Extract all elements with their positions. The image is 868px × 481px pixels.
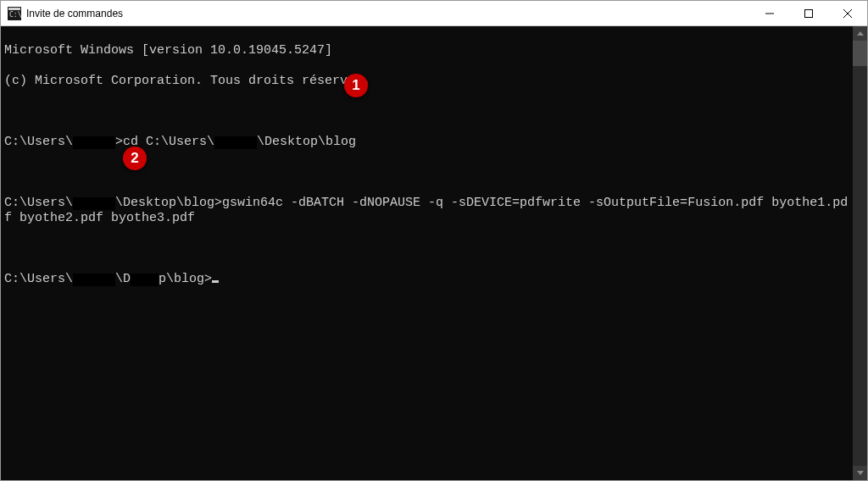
redacted-username: [214, 136, 257, 149]
annotation-label: 1: [352, 77, 359, 94]
cmd-icon: C:\: [8, 7, 21, 20]
maximize-button[interactable]: [789, 1, 828, 26]
text-fragment: \D: [115, 272, 131, 286]
annotation-label: 2: [131, 150, 138, 167]
redacted-fragment: [131, 274, 159, 286]
command-prompt-window: C:\ Invite de commandes Microsoft Window…: [0, 0, 868, 481]
text-fragment: \Desktop\blog: [257, 135, 356, 149]
console-blank: [4, 241, 853, 257]
annotation-1: 1: [344, 74, 368, 97]
console-line: (c) Microsoft Corporation. Tous droits r…: [4, 74, 853, 89]
text-fragment: \Desktop\blog>gswin64c -dBATCH -dNOPAUSE…: [4, 196, 848, 225]
text-fragment: C:\Users\: [4, 135, 73, 149]
console-area[interactable]: Microsoft Windows [version 10.0.19045.52…: [1, 26, 867, 480]
console-line: C:\Users\\Dp\blog>: [4, 272, 853, 287]
titlebar[interactable]: C:\ Invite de commandes: [1, 1, 867, 26]
vertical-scrollbar[interactable]: [853, 26, 867, 480]
text-fragment: C:\Users\: [4, 196, 73, 210]
svg-rect-4: [805, 9, 813, 17]
scroll-thumb[interactable]: [853, 41, 867, 66]
redacted-username: [73, 274, 115, 286]
scroll-up-button[interactable]: [853, 26, 867, 41]
scroll-down-button[interactable]: [853, 466, 867, 480]
svg-text:C:\: C:\: [9, 11, 21, 19]
console-blank: [4, 104, 853, 119]
redacted-username: [73, 136, 115, 149]
console-content[interactable]: Microsoft Windows [version 10.0.19045.52…: [1, 26, 853, 480]
annotation-2: 2: [123, 147, 147, 170]
console-line: C:\Users\\Desktop\blog>gswin64c -dBATCH …: [4, 196, 853, 226]
text-fragment: C:\Users\: [4, 272, 73, 286]
redacted-username: [73, 197, 115, 210]
close-button[interactable]: [828, 1, 867, 26]
cursor: [212, 280, 219, 283]
svg-rect-1: [8, 8, 20, 10]
text-fragment: p\blog>: [159, 272, 212, 286]
console-line: Microsoft Windows [version 10.0.19045.52…: [4, 43, 853, 58]
minimize-button[interactable]: [750, 1, 789, 26]
scroll-track[interactable]: [853, 41, 867, 466]
window-title: Invite de commandes: [26, 8, 123, 19]
